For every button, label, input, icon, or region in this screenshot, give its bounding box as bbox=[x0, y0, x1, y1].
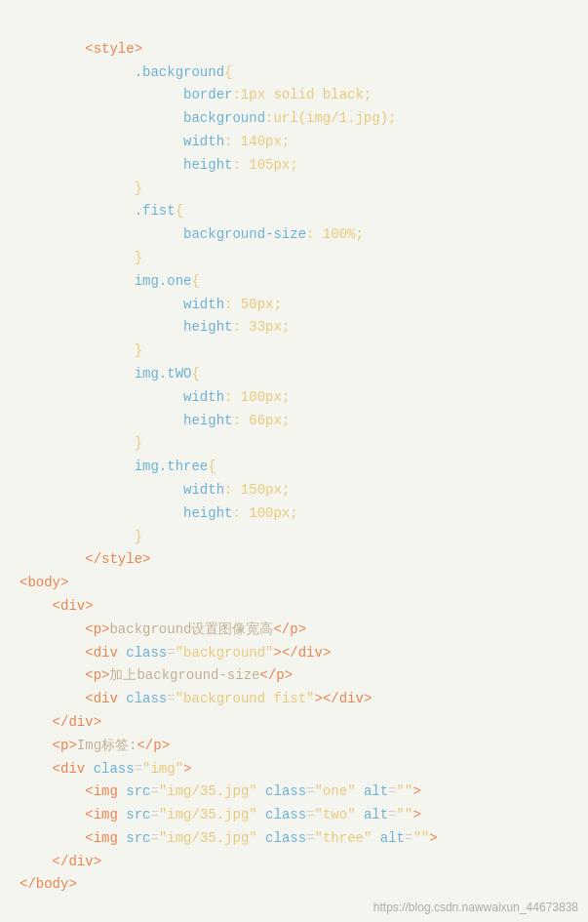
line-brace-close-3: } bbox=[20, 342, 142, 358]
line-width-140: width: 140px; bbox=[20, 134, 290, 149]
line-div-background-fist: <div class="background fist"></div> bbox=[20, 691, 372, 706]
line-img-one-selector: img.one{ bbox=[20, 273, 200, 289]
line-div-background: <div class="background"></div> bbox=[20, 645, 331, 661]
watermark: https://blog.csdn.nawwaixun_44673838 bbox=[373, 901, 578, 914]
line-brace-close-5: } bbox=[20, 529, 142, 544]
line-height-66: height: 66px; bbox=[20, 413, 290, 428]
line-background-url: background:url(img/1.jpg); bbox=[20, 110, 396, 126]
line-brace-close-2: } bbox=[20, 250, 142, 265]
line-height-105: height: 105px; bbox=[20, 157, 298, 173]
code-block: <style> .background{ border:1px solid bl… bbox=[0, 10, 588, 902]
line-div-open-1: <div> bbox=[20, 598, 94, 614]
line-p-img-label: <p>Img标签:</p> bbox=[20, 738, 170, 753]
line-body-open: <body> bbox=[20, 575, 68, 590]
line-fist-selector: .fist{ bbox=[20, 203, 183, 219]
line-div-img-open: <div class="img"> bbox=[20, 761, 191, 777]
line-img-two: <img src="img/35.jpg" class="two" alt=""… bbox=[20, 807, 421, 822]
line-bg-size: background-size: 100%; bbox=[20, 226, 364, 242]
line-width-50: width: 50px; bbox=[20, 297, 282, 312]
line-width-100: width: 100px; bbox=[20, 389, 290, 405]
line-img-three: <img src="img/35.jpg" class="three" alt=… bbox=[20, 830, 438, 846]
line-width-150: width: 150px; bbox=[20, 482, 290, 498]
line-div-img-close: </div> bbox=[20, 854, 101, 869]
line-border: border:1px solid black; bbox=[20, 87, 372, 102]
line-p-background-text: <p>background设置图像宽高</p> bbox=[20, 621, 306, 637]
code-container: <style> .background{ border:1px solid bl… bbox=[0, 0, 588, 922]
line-style-open: <style> bbox=[20, 41, 142, 57]
line-img-one: <img src="img/35.jpg" class="one" alt=""… bbox=[20, 783, 421, 799]
line-body-close: </body> bbox=[20, 876, 77, 892]
line-style-close: </style> bbox=[20, 551, 150, 567]
line-p-bgsize-text: <p>加上background-size</p> bbox=[20, 667, 293, 683]
line-img-two-selector: img.tWO{ bbox=[20, 366, 200, 381]
line-brace-close-1: } bbox=[20, 180, 142, 196]
line-brace-close-4: } bbox=[20, 435, 142, 451]
line-img-three-selector: img.three{ bbox=[20, 459, 216, 474]
line-background-selector: .background{ bbox=[20, 64, 232, 80]
line-div-close-1: </div> bbox=[20, 714, 101, 730]
line-height-100: height: 100px; bbox=[20, 505, 298, 521]
line-height-33: height: 33px; bbox=[20, 319, 290, 335]
